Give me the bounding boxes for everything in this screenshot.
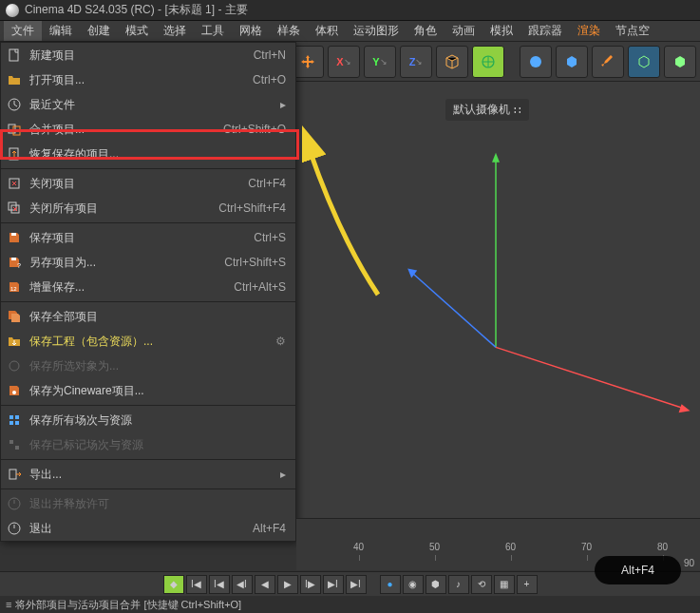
axis-x-line bbox=[496, 347, 686, 409]
step-fwd-button[interactable]: I▶ bbox=[300, 575, 321, 594]
new-icon bbox=[5, 47, 24, 64]
menu-item-revert[interactable]: 恢复保存的项目... bbox=[1, 142, 295, 166]
sphere-tool-icon[interactable] bbox=[520, 46, 552, 78]
go-start-button[interactable]: I◀ bbox=[186, 575, 207, 594]
export-icon bbox=[5, 466, 24, 483]
svg-marker-4 bbox=[679, 404, 691, 412]
menu-item-saveassets[interactable]: 保存所有场次与资源 bbox=[1, 408, 295, 432]
cineware-icon bbox=[5, 382, 24, 399]
wireframe-icon[interactable] bbox=[628, 46, 660, 78]
menu-item-quit[interactable]: 退出 Alt+F4 bbox=[1, 516, 295, 541]
play-button[interactable]: ▶ bbox=[277, 575, 298, 594]
menu-item-new[interactable]: 新建项目 Ctrl+N bbox=[1, 43, 295, 67]
prev-key-button[interactable]: I◀ bbox=[209, 575, 230, 594]
menu-character[interactable]: 角色 bbox=[407, 21, 445, 41]
svg-rect-22 bbox=[15, 421, 19, 425]
svg-text:12: 12 bbox=[10, 286, 17, 292]
axis-y-icon[interactable]: Y↘ bbox=[364, 46, 396, 78]
box-tool-icon[interactable] bbox=[556, 46, 588, 78]
quit-icon bbox=[5, 520, 24, 537]
menu-create[interactable]: 创建 bbox=[80, 21, 118, 41]
menu-node[interactable]: 节点空 bbox=[608, 21, 657, 41]
menu-tools[interactable]: 工具 bbox=[194, 21, 232, 41]
svg-marker-2 bbox=[492, 153, 500, 163]
file-menu-dropdown: 新建项目 Ctrl+N 打开项目... Ctrl+O 最近文件 ▸ 合并项目..… bbox=[0, 42, 296, 542]
quitlic-icon bbox=[5, 495, 24, 512]
svg-rect-13 bbox=[11, 233, 16, 236]
axis-z-line bbox=[410, 272, 496, 348]
viewport-camera-label[interactable]: 默认摄像机 ∷ bbox=[445, 99, 529, 121]
statusbar: ≡ 将外部项目与活动项目合并 [快捷键 Ctrl+Shift+O] bbox=[0, 596, 700, 613]
status-text: 将外部项目与活动项目合并 [快捷键 Ctrl+Shift+O] bbox=[15, 598, 241, 612]
go-end-button[interactable]: ▶I bbox=[346, 575, 367, 594]
statusbar-icon: ≡ bbox=[6, 599, 11, 610]
axis-z-icon[interactable]: Z↘ bbox=[400, 46, 432, 78]
keyframe-button[interactable]: ◆ bbox=[163, 575, 184, 594]
menu-simulate[interactable]: 模拟 bbox=[482, 21, 520, 41]
menu-item-close[interactable]: 关闭项目 Ctrl+F4 bbox=[1, 171, 295, 196]
record-button[interactable]: ● bbox=[380, 575, 401, 594]
timeline-tick: 50 bbox=[429, 542, 440, 552]
menu-animate[interactable]: 动画 bbox=[445, 21, 482, 41]
menu-render[interactable]: 渲染 bbox=[570, 21, 608, 41]
close-icon bbox=[5, 175, 24, 192]
svg-text:?: ? bbox=[17, 262, 21, 269]
svg-rect-25 bbox=[9, 469, 16, 479]
tooltip: Alt+F4 bbox=[595, 556, 681, 584]
menu-tracker[interactable]: 跟踪器 bbox=[520, 21, 570, 41]
move-tool-icon[interactable] bbox=[292, 46, 324, 78]
menu-item-saveall[interactable]: 保存全部项目 bbox=[1, 304, 295, 329]
world-axis-icon[interactable] bbox=[472, 46, 504, 78]
menu-edit[interactable]: 编辑 bbox=[42, 21, 80, 41]
menu-file[interactable]: 文件 bbox=[4, 21, 42, 41]
savemarked-icon bbox=[5, 436, 24, 453]
merge-icon bbox=[5, 121, 24, 138]
shaded-icon[interactable] bbox=[664, 46, 696, 78]
menu-item-saveas[interactable]: ? 另存项目为... Ctrl+Shift+S bbox=[1, 250, 295, 275]
camera-settings-icon: ∷ bbox=[514, 104, 521, 117]
svg-rect-7 bbox=[9, 125, 15, 133]
menu-mograph[interactable]: 运动图形 bbox=[346, 21, 407, 41]
viewport[interactable]: 默认摄像机 ∷ bbox=[296, 82, 700, 518]
menu-spline[interactable]: 样条 bbox=[270, 21, 308, 41]
menu-item-closeall[interactable]: 关闭所有项目 Ctrl+Shift+F4 bbox=[1, 196, 295, 220]
menu-item-incr[interactable]: 12 增量保存... Ctrl+Alt+S bbox=[1, 275, 295, 299]
svg-rect-19 bbox=[9, 415, 13, 419]
menu-item-save[interactable]: 保存项目 Ctrl+S bbox=[1, 225, 295, 250]
timeline-end: 90 bbox=[684, 558, 694, 568]
timeline-tick: 70 bbox=[581, 542, 592, 552]
menu-item-cineware[interactable]: 保存为Cineware项目... bbox=[1, 378, 295, 403]
autokey-button[interactable]: ◉ bbox=[403, 575, 424, 594]
menu-mesh[interactable]: 网格 bbox=[232, 21, 270, 41]
menu-item-savepkg[interactable]: 保存工程（包含资源）... ⚙ bbox=[1, 329, 295, 354]
play-back-button[interactable]: ◀ bbox=[255, 575, 275, 594]
svg-rect-8 bbox=[13, 126, 20, 135]
revert-icon bbox=[5, 145, 24, 163]
pos-key-button[interactable]: + bbox=[517, 575, 538, 594]
menu-item-export[interactable]: 导出... ▸ bbox=[1, 462, 295, 487]
menu-item-open[interactable]: 打开项目... Ctrl+O bbox=[1, 67, 295, 92]
menu-item-merge[interactable]: 合并项目... Ctrl+Shift+O bbox=[1, 117, 295, 142]
menu-volume[interactable]: 体积 bbox=[308, 21, 346, 41]
menu-select[interactable]: 选择 bbox=[156, 21, 194, 41]
step-back-button[interactable]: ◀I bbox=[232, 575, 253, 594]
sound-button[interactable]: ♪ bbox=[448, 575, 469, 594]
axis-x-icon[interactable]: X↘ bbox=[328, 46, 360, 78]
key-options-button[interactable]: ⬢ bbox=[426, 575, 446, 594]
loop-button[interactable]: ⟲ bbox=[471, 575, 492, 594]
menu-item-recent[interactable]: 最近文件 ▸ bbox=[1, 92, 295, 117]
pen-tool-icon[interactable] bbox=[592, 46, 624, 78]
menu-mode[interactable]: 模式 bbox=[118, 21, 156, 41]
cube-icon[interactable] bbox=[436, 46, 468, 78]
timeline-tick: 40 bbox=[353, 542, 364, 552]
timeline-tick: 80 bbox=[657, 542, 668, 552]
saveall-icon bbox=[5, 308, 24, 325]
next-key-button[interactable]: ▶I bbox=[323, 575, 344, 594]
svg-rect-23 bbox=[9, 440, 13, 444]
svg-rect-21 bbox=[9, 421, 13, 425]
playback-button[interactable]: ▦ bbox=[494, 575, 515, 594]
svg-point-1 bbox=[530, 56, 541, 67]
window-title: Cinema 4D S24.035 (RC) - [未标题 1] - 主要 bbox=[25, 2, 248, 18]
incr-icon: 12 bbox=[5, 278, 24, 296]
recent-icon bbox=[5, 96, 24, 113]
